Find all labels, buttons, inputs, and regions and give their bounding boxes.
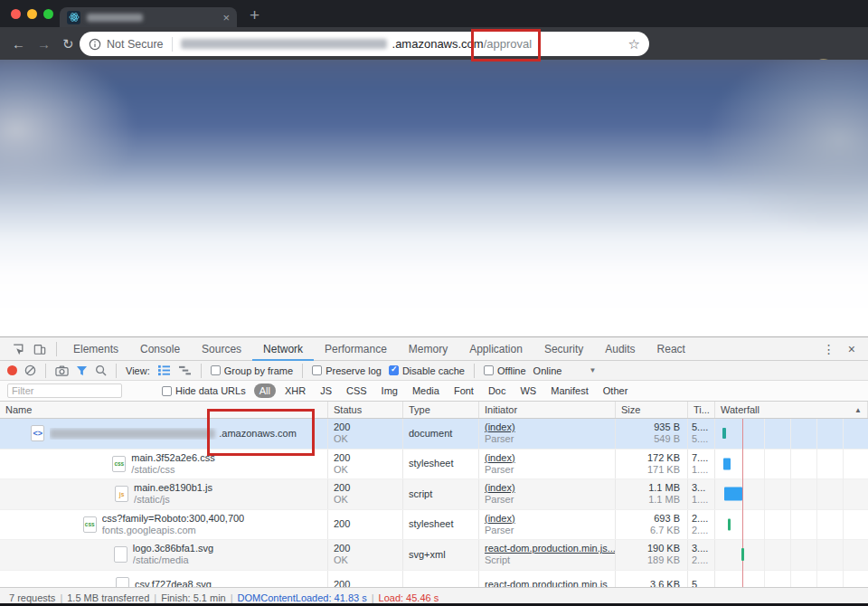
status-text: OK <box>334 464 397 476</box>
summary-separator: | <box>231 592 233 603</box>
devtools-tab[interactable]: React <box>646 337 696 361</box>
time-total: 3... <box>692 482 709 494</box>
address-bar[interactable]: Not Secure .amazonaws.com /approval ☆ <box>80 32 649 56</box>
status-cell: 200 OK <box>328 450 403 479</box>
status-code: 200 <box>334 452 397 464</box>
devtools-menu-icon[interactable]: ⋮ <box>823 342 835 356</box>
network-row[interactable]: csv.f727dea8.svg 200 react-dom.productio… <box>0 571 868 588</box>
devtools-tab[interactable]: Audits <box>594 337 646 361</box>
time-total: 5.... <box>692 421 709 433</box>
column-header-size[interactable]: Size <box>616 402 688 418</box>
filter-type[interactable]: Doc <box>483 383 512 398</box>
request-type: script <box>409 488 473 500</box>
column-header-waterfall[interactable]: Waterfall ▲ <box>715 402 868 418</box>
info-icon[interactable] <box>89 38 101 51</box>
network-row[interactable]: js main.ee8190b1.js /static/js 200 OK <box>0 479 868 510</box>
tab-close-icon[interactable]: × <box>222 12 230 24</box>
back-icon[interactable]: ← <box>12 37 25 51</box>
new-tab-button[interactable]: + <box>250 5 259 25</box>
devtools-tab[interactable]: Memory <box>398 337 458 361</box>
sort-arrow-icon[interactable]: ▲ <box>854 406 862 414</box>
search-icon[interactable] <box>95 365 107 376</box>
record-button[interactable] <box>7 365 17 375</box>
filter-type[interactable]: Media <box>407 383 445 398</box>
checkbox-label: Group by frame <box>224 365 293 376</box>
tab-strip: × + <box>0 0 868 27</box>
initiator-link[interactable]: (index) <box>485 421 609 433</box>
filter-type[interactable]: All <box>254 383 276 398</box>
reload-icon[interactable]: ↻ <box>62 37 74 51</box>
size-cell: 190 KB 189 KB <box>616 540 688 570</box>
filter-input[interactable] <box>7 383 122 398</box>
clear-icon[interactable] <box>24 365 36 376</box>
network-table-header: Name Status Type Initiator Size Ti... Wa… <box>0 402 868 419</box>
list-view-icon[interactable] <box>157 365 171 376</box>
capture-screenshots-icon[interactable] <box>55 365 69 376</box>
disable-cache-checkbox[interactable]: Disable cache <box>389 365 465 376</box>
column-header-status[interactable]: Status <box>328 402 403 418</box>
filter-type[interactable]: XHR <box>279 383 311 398</box>
initiator-link[interactable]: (index) <box>485 513 609 525</box>
filter-funnel-icon[interactable] <box>76 365 88 376</box>
summary-finish: Finish: 5.1 min <box>161 592 226 603</box>
network-row[interactable]: logo.3c86bfa1.svg /static/media 200 OK s… <box>0 540 868 571</box>
initiator-cell: (index) Parser <box>479 450 616 479</box>
preserve-log-checkbox[interactable]: Preserve log <box>312 365 382 376</box>
network-row[interactable]: css main.3f52a2e6.css /static/css 200 OK <box>0 450 868 480</box>
request-type: document <box>409 428 473 440</box>
checkbox-box <box>162 386 172 396</box>
initiator-link[interactable]: (index) <box>485 452 609 464</box>
initiator-link[interactable]: react-dom.production.min.js <box>485 579 609 587</box>
annotation-box-request-name <box>207 409 315 456</box>
name-cell: js main.ee8190b1.js /static/js <box>0 479 328 509</box>
request-type: stylesheet <box>409 458 473 469</box>
initiator-link[interactable]: (index) <box>485 482 609 494</box>
inspect-element-icon[interactable] <box>12 343 24 355</box>
initiator-link[interactable]: react-dom.production.min.js... <box>485 543 609 554</box>
macos-zoom-button[interactable] <box>43 9 53 19</box>
request-path: /static/js <box>134 494 212 506</box>
devtools-tab[interactable]: Sources <box>191 337 252 361</box>
forward-icon[interactable]: → <box>37 37 51 51</box>
group-by-frame-checkbox[interactable]: Group by frame <box>211 365 293 376</box>
browser-tab[interactable]: × <box>60 7 237 27</box>
filter-type[interactable]: Manifest <box>545 383 594 398</box>
column-header-initiator[interactable]: Initiator <box>479 402 616 418</box>
devtools-tab[interactable]: Elements <box>62 337 129 361</box>
column-header-time[interactable]: Ti... <box>688 402 715 418</box>
filter-type[interactable]: Font <box>448 383 479 398</box>
offline-checkbox[interactable]: Offline <box>484 365 526 376</box>
hide-data-urls-checkbox[interactable]: Hide data URLs <box>162 385 246 396</box>
macos-close-button[interactable] <box>11 9 21 19</box>
file-icon <box>114 546 127 563</box>
security-label[interactable]: Not Secure <box>107 38 164 51</box>
devtools-tab[interactable]: Console <box>129 337 191 361</box>
devtools-tab[interactable]: Network <box>252 337 314 361</box>
devtools-tab[interactable]: Performance <box>314 337 398 361</box>
overview-view-icon[interactable] <box>178 365 192 376</box>
devtools-close-icon[interactable]: × <box>848 342 855 356</box>
chevron-down-icon[interactable]: ▼ <box>589 366 596 374</box>
devtools-tab[interactable]: Security <box>533 337 594 361</box>
filter-type[interactable]: WS <box>514 383 542 398</box>
browser-toolbar: ← → ↻ Not Secure .amazonaws.com /approva… <box>0 27 868 60</box>
filter-type[interactable]: JS <box>315 383 337 398</box>
column-header-type[interactable]: Type <box>403 402 479 418</box>
devtools-tab[interactable]: Application <box>458 337 533 361</box>
request-path: fonts.googleapis.com <box>102 525 244 536</box>
initiator-kind: Parser <box>485 464 609 476</box>
toolbar-divider <box>45 364 46 378</box>
throttling-select[interactable]: Online <box>533 365 562 376</box>
waterfall-cell <box>715 571 868 588</box>
bookmark-star-icon[interactable]: ☆ <box>628 36 640 52</box>
filter-type[interactable]: CSS <box>341 383 373 398</box>
network-row[interactable]: css css?family=Roboto:300,400,700 fonts.… <box>0 510 868 541</box>
macos-minimize-button[interactable] <box>27 9 37 19</box>
filter-type[interactable]: Other <box>598 383 634 398</box>
network-row[interactable]: <> .amazonaws.com 200 OK <box>0 419 868 450</box>
time-total: 3.... <box>692 543 709 554</box>
time-latency: 1.... <box>692 464 709 476</box>
device-toolbar-icon[interactable] <box>33 343 46 355</box>
filter-type[interactable]: Img <box>376 383 403 398</box>
size-transferred: 172 KB <box>647 452 680 464</box>
